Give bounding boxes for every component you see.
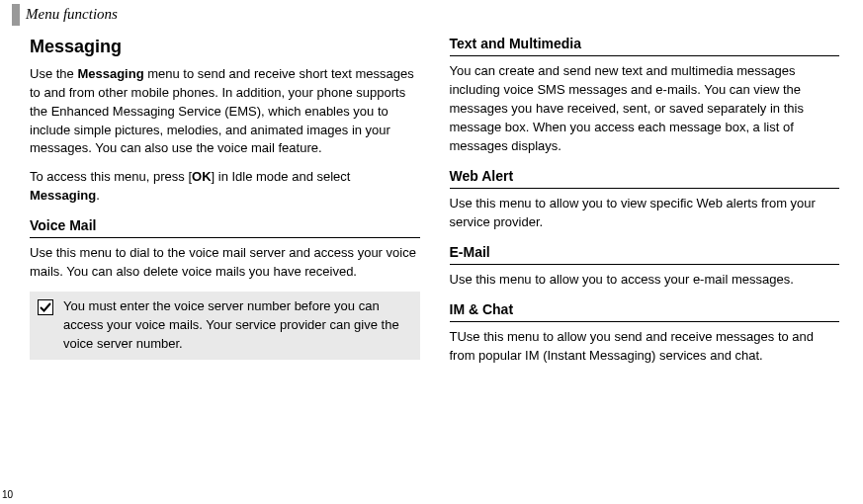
paragraph-text-multimedia: You can create and send new text and mul… (450, 62, 840, 155)
paragraph-im-chat: TUse this menu to allow you send and rec… (450, 328, 840, 366)
bold-ok: OK (192, 169, 212, 184)
heading-web-alert: Web Alert (450, 166, 840, 189)
section-title: Menu functions (26, 4, 118, 26)
note-box: You must enter the voice server number b… (30, 292, 420, 360)
text: To access this menu, press [ (30, 169, 192, 184)
paragraph-email: Use this menu to allow you to access you… (450, 271, 840, 290)
paragraph-web-alert: Use this menu to allow you to view speci… (450, 195, 840, 232)
note-text: You must enter the voice server number b… (63, 297, 412, 354)
heading-text-multimedia: Text and Multimedia (450, 34, 840, 56)
paragraph-access-menu: To access this menu, press [OK] in Idle … (30, 168, 420, 206)
right-column: Text and Multimedia You can create and s… (450, 34, 840, 376)
svg-rect-0 (39, 299, 53, 314)
heading-email: E-Mail (450, 242, 840, 265)
text: Use the (30, 66, 77, 81)
heading-messaging: Messaging (30, 34, 420, 59)
content-columns: Messaging Use the Messaging menu to send… (0, 34, 863, 376)
checkbox-icon (38, 299, 55, 315)
bold-messaging-2: Messaging (30, 188, 96, 203)
heading-voice-mail: Voice Mail (30, 215, 420, 238)
header-bar-decoration (12, 4, 20, 26)
bold-messaging: Messaging (77, 66, 143, 81)
page-number: 10 (2, 488, 13, 503)
text: ] in Idle mode and select (212, 169, 351, 184)
paragraph-messaging-intro: Use the Messaging menu to send and recei… (30, 65, 420, 158)
paragraph-voice-mail: Use this menu to dial to the voice mail … (30, 244, 420, 282)
heading-im-chat: IM & Chat (450, 299, 840, 322)
left-column: Messaging Use the Messaging menu to send… (30, 34, 420, 376)
text: . (96, 188, 100, 203)
page-header: Menu functions (0, 0, 863, 26)
